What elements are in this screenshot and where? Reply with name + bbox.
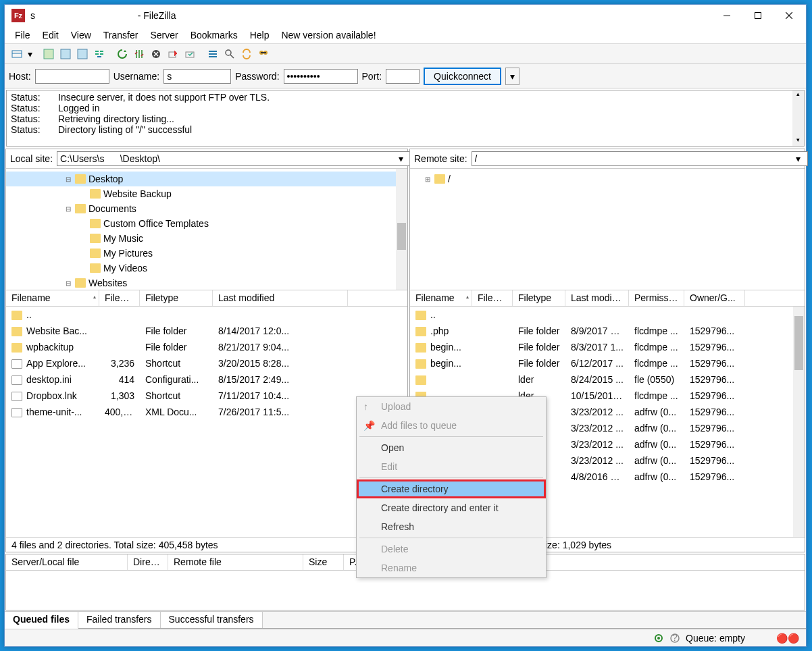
tree-node[interactable]: ⊟Desktop [6,172,407,186]
list-row[interactable]: .phpFile folder8/9/2017 6:...flcdmpe ...… [410,323,805,339]
tree-node[interactable]: ⊟Websites [6,276,407,290]
minimize-button[interactable] [711,5,742,26]
menu-new-version[interactable]: New version available! [275,28,382,42]
tree-node[interactable]: ⊞/ [410,172,805,186]
list-row[interactable]: theme-unit-...400,505XML Docu...7/26/201… [6,404,407,420]
list-row[interactable]: .. [410,307,805,323]
menu-edit[interactable]: Edit [36,28,65,42]
context-menu-item[interactable]: Open [357,438,546,457]
list-cell: 400,505 [99,405,140,419]
list-row[interactable]: App Explore...3,236Shortcut3/20/2015 8:2… [6,355,407,371]
remote-list-scrollbar[interactable] [793,307,805,537]
site-manager-icon[interactable] [9,46,25,62]
list-row[interactable]: desktop.ini414Configurati...8/15/2017 2:… [6,371,407,388]
column-header[interactable]: Server/Local file [6,554,128,570]
column-header[interactable]: Permissi... [629,290,684,306]
local-tree-scrollbar[interactable] [396,169,407,290]
reconnect-icon[interactable] [182,46,198,62]
tree-node[interactable]: My Pictures [6,246,407,261]
column-header[interactable]: Filetype [513,290,565,306]
sync-icon[interactable] [238,46,255,62]
expand-icon[interactable]: ⊟ [64,176,72,183]
menu-help[interactable]: Help [244,28,276,42]
host-input[interactable] [35,69,109,84]
expand-icon[interactable]: ⊞ [424,176,432,183]
column-header[interactable]: Last modified [213,290,348,306]
list-row[interactable]: Website Bac...File folder8/14/2017 12:0.… [6,323,407,339]
log-scrollbar[interactable]: ▴▾ [792,90,804,146]
toggle-queue-icon[interactable] [91,46,107,62]
tab-queued-files[interactable]: Queued files [5,612,78,629]
tree-node[interactable]: My Music [6,231,407,246]
close-button[interactable] [773,5,805,26]
list-cell: Dropbox.lnk [6,389,99,402]
password-input[interactable] [284,69,358,84]
column-header[interactable]: Filesize [472,290,513,306]
toggle-local-tree-icon[interactable] [57,46,74,62]
remote-tree[interactable]: ⊞/ [410,169,805,290]
context-menu-item[interactable]: Refresh [357,517,546,536]
list-row[interactable]: lder8/24/2015 ...fle (0550)1529796... [410,371,805,388]
tree-node[interactable]: Custom Office Templates [6,216,407,231]
remote-path-input[interactable] [472,151,808,166]
context-menu-item[interactable]: Create directory [357,479,546,498]
tab-failed-transfers[interactable]: Failed transfers [78,612,160,628]
column-header[interactable]: Filename▴ [6,290,99,306]
port-input[interactable] [386,69,420,84]
column-header[interactable]: Last modifi... [565,290,629,306]
expand-icon[interactable]: ⊟ [64,205,72,213]
menu-file[interactable]: File [9,28,36,42]
tree-node[interactable]: My Videos [6,261,407,276]
list-cell: 414 [99,373,140,386]
maximize-button[interactable] [742,5,773,26]
search-icon[interactable] [255,46,272,62]
list-cell: 3/23/2012 ... [565,454,629,467]
column-header[interactable]: Owner/G... [684,290,745,306]
refresh-icon[interactable] [114,46,130,62]
column-header[interactable]: Direc... [128,554,168,570]
disconnect-icon[interactable] [165,46,181,62]
local-list[interactable]: ..Website Bac...File folder8/14/2017 12:… [6,307,407,537]
column-header[interactable]: Remote file [168,554,303,570]
help-icon[interactable]: ? [669,633,680,644]
local-path-input[interactable] [57,151,411,166]
list-cell [472,330,513,332]
menu-transfer[interactable]: Transfer [97,28,145,42]
column-header[interactable]: Filetype [140,290,213,306]
filter-icon[interactable] [205,46,221,62]
tree-node[interactable]: ⊟Documents [6,201,407,216]
local-path-dropdown-icon[interactable]: ▾ [399,153,403,164]
list-row[interactable]: wpbackitupFile folder8/21/2017 9:04... [6,339,407,355]
username-input[interactable] [163,69,231,84]
list-row[interactable]: begin...File folder8/3/2017 1...flcdmpe … [410,339,805,355]
list-row[interactable]: Dropbox.lnk1,303Shortcut7/11/2017 10:4..… [6,388,407,404]
tab-successful-transfers[interactable]: Successful transfers [161,612,263,628]
log-message: Retrieving directory listing... [58,113,174,124]
menu-server[interactable]: Server [144,28,184,42]
dropdown-icon[interactable]: ▾ [26,46,34,62]
process-queue-icon[interactable] [131,46,147,62]
quickconnect-button[interactable]: Quickconnect [424,68,501,85]
expand-icon[interactable]: ⊟ [64,280,72,287]
remote-path-dropdown-icon[interactable]: ▾ [796,153,801,164]
column-header[interactable]: Size [303,554,344,570]
toggle-remote-tree-icon[interactable] [74,46,91,62]
tree-node[interactable]: Website Backup [6,186,407,201]
list-cell [99,330,140,332]
quickconnect-dropdown[interactable]: ▾ [505,68,519,85]
list-cell: 10/15/2012... [565,389,629,402]
local-tree[interactable]: ⊟DesktopWebsite Backup⊟DocumentsCustom O… [6,169,407,290]
compare-icon[interactable] [222,46,238,62]
settings-icon[interactable] [653,633,664,644]
menu-bookmarks[interactable]: Bookmarks [184,28,244,42]
list-cell: adfrw (0... [629,438,684,451]
column-header[interactable]: Filesize [99,290,140,306]
list-row[interactable]: .. [6,307,407,323]
context-menu-item[interactable]: Create directory and enter it [357,498,546,517]
column-header[interactable]: Filename▴ [410,290,472,306]
list-row[interactable]: begin...File folder6/12/2017 ...flcdmpe … [410,355,805,371]
menu-view[interactable]: View [65,28,97,42]
cancel-icon[interactable] [148,46,164,62]
toggle-log-icon[interactable] [41,46,57,62]
list-cell: 8/24/2015 ... [565,373,629,386]
